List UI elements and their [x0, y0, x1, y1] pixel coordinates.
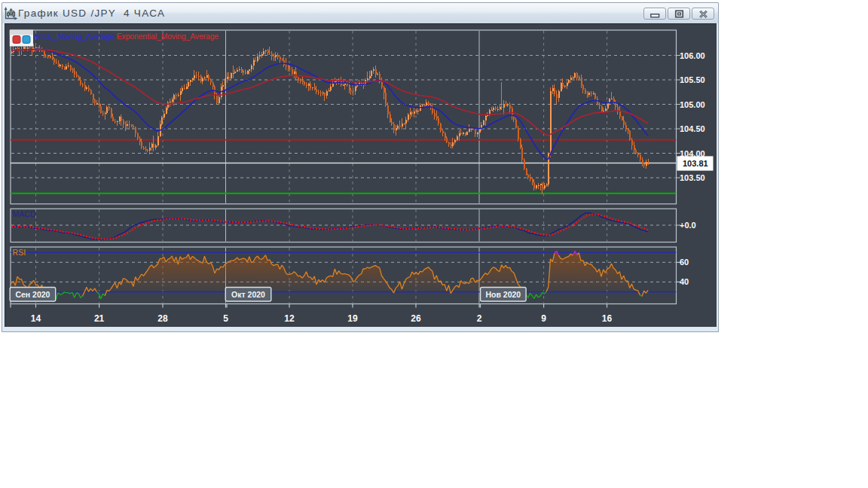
svg-text:MACD: MACD	[13, 209, 36, 218]
svg-text:16: 16	[602, 313, 613, 324]
svg-text:Exponential_Moving_Average: Exponential_Moving_Average	[117, 32, 219, 41]
svg-text:28: 28	[157, 313, 168, 324]
svg-text:9: 9	[541, 313, 546, 324]
svg-text:+0.0: +0.0	[680, 221, 696, 230]
svg-text:Окт 2020: Окт 2020	[231, 290, 265, 299]
svg-text:5: 5	[223, 313, 228, 324]
svg-text:40: 40	[680, 277, 689, 286]
svg-text:105.50: 105.50	[680, 75, 705, 84]
svg-text:14: 14	[31, 313, 41, 324]
svg-text:26: 26	[411, 313, 421, 324]
svg-text:103.81: 103.81	[683, 159, 708, 168]
svg-text:104.50: 104.50	[680, 124, 705, 133]
svg-text:19: 19	[347, 313, 358, 324]
svg-text:Нов 2020: Нов 2020	[485, 290, 521, 299]
svg-text:12: 12	[284, 313, 295, 324]
svg-text:60: 60	[680, 258, 689, 267]
svg-text:21: 21	[94, 313, 105, 324]
svg-text:RSI: RSI	[13, 248, 26, 257]
svg-text:106.00: 106.00	[680, 51, 705, 60]
svg-text:103.50: 103.50	[680, 173, 705, 182]
svg-text:Сен 2020: Сен 2020	[15, 290, 50, 299]
svg-text:2: 2	[477, 313, 482, 324]
svg-text:105.00: 105.00	[680, 100, 705, 109]
